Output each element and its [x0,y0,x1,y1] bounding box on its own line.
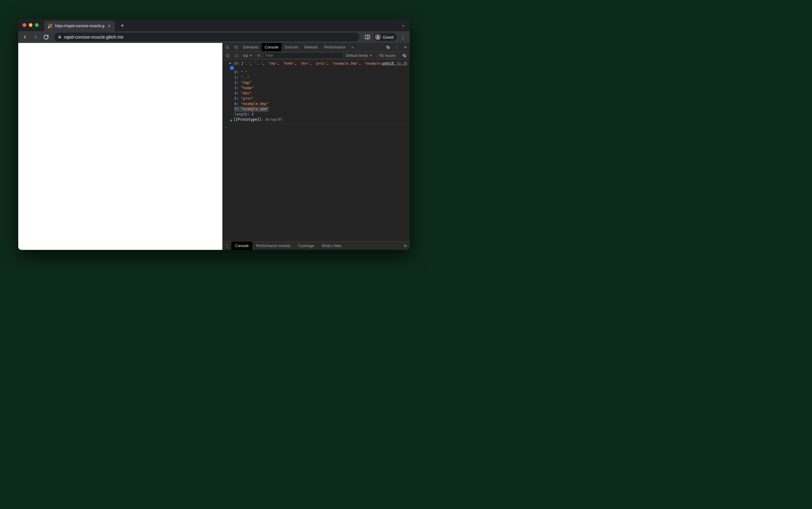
log-summary[interactable]: (8) ['.', '..', 'tmp', 'home', 'dev', 'p… [224,61,408,66]
context-label: top [243,54,248,58]
drawer-tab-coverage[interactable]: Coverage [294,241,318,250]
drawer-menu-button[interactable]: ⋮ [223,241,231,250]
devtools-close-button[interactable]: ✕ [401,43,410,51]
array-expanded-list: 0: "."1: ".."2: "tmp"3: "home"4: "dev"5:… [235,70,408,117]
array-item-row[interactable]: 3: "home" [235,86,408,91]
drawer-close-button[interactable]: ✕ [401,241,410,250]
address-bar[interactable]: rapid-concise-muscle.glitch.me [54,33,359,41]
avatar-icon [375,34,381,40]
log-source-link[interactable]: script.js:10 [381,61,407,66]
browser-tab[interactable]: 🎉 https://rapid-concise-muscle.g ✕ [44,21,115,31]
console-settings-button[interactable] [400,52,408,59]
back-button[interactable] [21,33,29,41]
array-item-row[interactable]: 2: "tmp" [235,80,408,86]
drawer-tab-whats-new[interactable]: What's New [318,241,345,250]
lock-icon [58,35,62,39]
tab-performance[interactable]: Performance [321,43,348,51]
console-sidebar-toggle[interactable] [224,52,232,59]
window-maximize-button[interactable] [35,23,39,27]
console-prompt[interactable]: › [223,124,410,131]
expand-arrow-icon[interactable] [231,119,232,122]
log-levels-selector[interactable]: Default levels ▼ [344,54,375,58]
tabs-dropdown-button[interactable]: ⌄ [402,23,405,27]
more-tabs-button[interactable]: » [348,43,357,51]
tab-strip: 🎉 https://rapid-concise-muscle.g ✕ + ⌄ [18,19,410,31]
chevron-down-icon: ▼ [250,54,252,57]
browser-window: 🎉 https://rapid-concise-muscle.g ✕ + ⌄ r… [18,19,410,250]
devtools-tabs: Elements Console Sources Network Perform… [223,43,410,52]
profile-button[interactable]: Guest [374,33,397,41]
svg-line-9 [236,55,238,57]
tab-sources[interactable]: Sources [281,43,301,51]
browser-menu-button[interactable]: ⋮ [399,33,407,41]
drawer-tab-performance-monitor[interactable]: Performance monitor [252,241,294,250]
array-item-row[interactable]: 0: "." [235,70,408,75]
svg-point-2 [377,36,379,37]
new-tab-button[interactable]: + [118,21,126,30]
close-tab-button[interactable]: ✕ [107,24,112,28]
array-item-row[interactable]: 5: "proc" [235,96,408,101]
array-summary-text: (8) ['.', '..', 'tmp', 'home', 'dev', 'p… [232,61,393,66]
party-popper-icon: 🎉 [47,24,53,28]
live-expression-button[interactable] [255,52,263,59]
console-body: script.js:10 (8) ['.', '..', 'tmp', 'hom… [223,60,410,241]
devtools-drawer: ⋮ Console Performance monitor Coverage W… [223,241,410,250]
svg-rect-5 [236,46,238,49]
log-levels-label: Default levels [346,54,368,58]
tab-elements[interactable]: Elements [240,43,261,51]
execution-context-selector[interactable]: top ▼ [241,54,254,58]
page-viewport[interactable] [18,43,222,250]
svg-rect-6 [226,54,230,57]
url-text: rapid-concise-muscle.glitch.me [64,35,123,39]
issues-button[interactable]: No Issues [377,53,399,58]
drawer-tab-console[interactable]: Console [231,241,252,250]
window-minimize-button[interactable] [29,23,32,27]
prototype-row[interactable]: [[Prototype]]: Array(0) [231,117,408,122]
console-filter-input[interactable] [263,53,343,59]
array-item-row[interactable]: 6: "example.bmp" [235,101,408,107]
side-panel-button[interactable] [363,33,372,41]
prototype-value: Array(0) [266,117,283,122]
chevron-down-icon: ▼ [370,54,372,57]
devtools-menu-button[interactable]: ⋮ [393,43,401,51]
prototype-key: [[Prototype]] [233,117,261,122]
svg-rect-0 [366,35,370,39]
clear-console-button[interactable] [232,52,241,59]
traffic-lights [23,23,39,27]
profile-label: Guest [383,35,394,39]
browser-toolbar: rapid-concise-muscle.glitch.me Guest ⋮ [18,31,410,43]
reload-button[interactable] [42,33,51,41]
array-item-row[interactable]: 4: "dev" [235,91,408,96]
content-area: Elements Console Sources Network Perform… [18,43,410,250]
console-filter [263,53,343,59]
array-item-row[interactable]: 1: ".." [235,75,408,80]
collapse-arrow-icon[interactable] [229,63,231,64]
tab-console[interactable]: Console [261,43,281,51]
tab-title: https://rapid-concise-muscle.g [55,24,104,28]
tab-network[interactable]: Network [301,43,321,51]
inspect-element-button[interactable] [223,43,231,51]
prompt-caret-icon: › [224,125,227,129]
console-log-entry[interactable]: script.js:10 (8) ['.', '..', 'tmp', 'hom… [223,61,410,124]
devtools-settings-button[interactable] [384,43,393,51]
info-badge-icon[interactable]: i [230,66,234,70]
svg-point-10 [258,55,259,56]
devtools-panel: Elements Console Sources Network Perform… [222,43,410,250]
array-item-row[interactable]: 7: "example.pbm" [235,107,269,112]
array-length-row[interactable]: length: 8 [235,112,408,117]
window-close-button[interactable] [23,23,26,27]
forward-button[interactable] [31,33,40,41]
device-toolbar-button[interactable] [231,43,240,51]
console-toolbar: top ▼ Default levels ▼ No Issues [223,52,410,60]
